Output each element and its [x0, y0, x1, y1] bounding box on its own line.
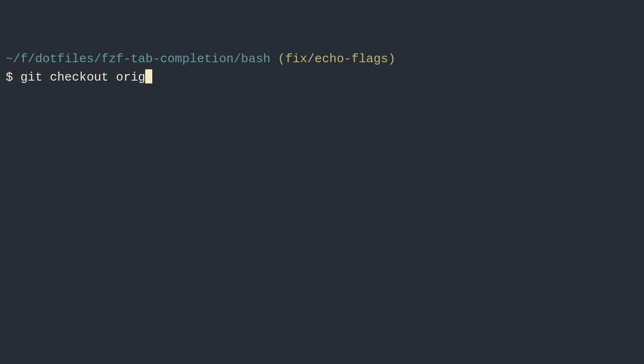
- prompt-symbol: $: [6, 70, 13, 84]
- prompt-line-1: ~/f/dotfiles/fzf-tab-completion/bash (fi…: [6, 50, 638, 68]
- current-path: ~/f/dotfiles/fzf-tab-completion/bash: [6, 52, 271, 66]
- git-branch: (fix/echo-flags): [278, 52, 396, 66]
- cursor-icon: [145, 69, 152, 83]
- terminal-window[interactable]: ~/f/dotfiles/fzf-tab-completion/bash (fi…: [6, 13, 638, 105]
- command-input[interactable]: git checkout orig: [20, 70, 145, 84]
- prompt-line-2: $ git checkout orig: [6, 68, 638, 87]
